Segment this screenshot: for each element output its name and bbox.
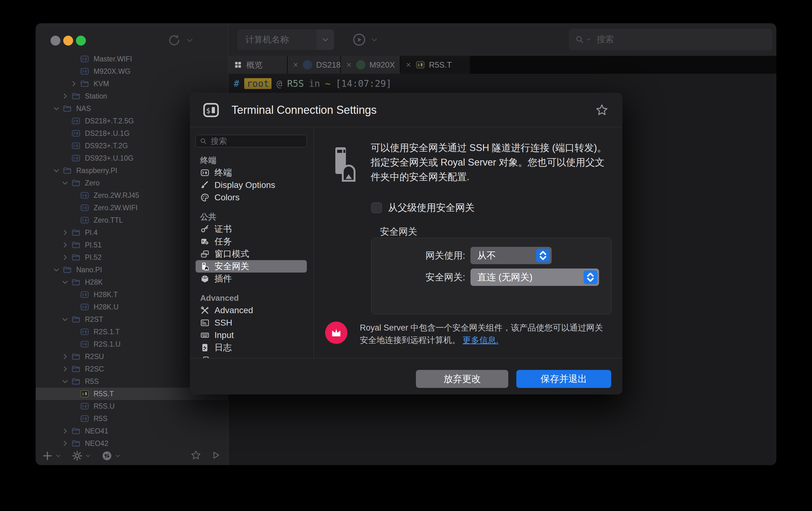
gateway-select-target[interactable]: 直连 (无网关) xyxy=(470,268,599,286)
settings-item-clipped[interactable] xyxy=(196,354,307,358)
tree-item-label: Raspberry.PI xyxy=(76,167,117,175)
settings-item-ssh[interactable]: SSH xyxy=(196,317,307,329)
chevron-right-icon xyxy=(61,353,69,360)
folder-icon xyxy=(71,228,81,237)
use-parent-gateway-label: 从父级使用安全网关 xyxy=(388,201,474,214)
tree-item-neo42[interactable]: NEO42 xyxy=(36,437,228,450)
folder-icon xyxy=(71,352,81,361)
tab-label: R5S.T xyxy=(429,60,452,70)
chevron-down-icon xyxy=(186,36,194,44)
global-search-field[interactable] xyxy=(569,29,772,50)
prompt-segment: [14:07:29] xyxy=(336,78,392,89)
folder-icon xyxy=(71,240,81,250)
keyboard-icon xyxy=(200,331,209,340)
tree-item-r5s-u[interactable]: R5S.U xyxy=(36,400,228,413)
close-tab-icon xyxy=(293,62,299,68)
terminal-connection-icon xyxy=(415,60,425,69)
settings-item-安全网关[interactable]: 安全网关 xyxy=(196,260,307,273)
tree-item-label: Zero.2W.WIFI xyxy=(94,204,138,212)
tab-m920x[interactable]: M920X xyxy=(341,56,400,74)
tree-item-label: R2ST xyxy=(85,315,103,324)
folder-icon xyxy=(63,166,72,175)
settings-item-窗口模式[interactable]: 窗口模式 xyxy=(196,248,307,260)
settings-item-label: Display Options xyxy=(214,180,275,190)
terminal-connection-icon xyxy=(80,290,89,299)
discard-changes-button[interactable]: 放弃更改 xyxy=(416,370,508,388)
search-input[interactable] xyxy=(596,34,745,45)
zoom-window-button[interactable] xyxy=(76,36,86,46)
settings-item-证书[interactable]: 证书 xyxy=(196,223,307,235)
terminal-prompt: #root@R5Sin~[14:07:29] xyxy=(234,78,392,89)
key-icon xyxy=(200,225,209,234)
settings-item-colors[interactable]: Colors xyxy=(196,191,307,204)
use-parent-gateway-row: 从父级使用安全网关 xyxy=(371,201,474,214)
tree-item-neo41[interactable]: NEO41 xyxy=(36,425,228,437)
tree-item-label: R2SC xyxy=(85,365,104,373)
tree-item-label: DS923+.U.10G xyxy=(85,154,134,163)
folder-icon xyxy=(71,315,81,324)
tab-strip: 概览DS218+M920XR5S.T xyxy=(229,56,776,74)
ssh-icon xyxy=(200,318,209,328)
settings-item-input[interactable]: Input xyxy=(196,329,307,341)
folder-icon xyxy=(63,265,72,275)
tree-item-m920x-wg[interactable]: M920X.WG xyxy=(36,65,228,78)
settings-item-advanced[interactable]: Advanced xyxy=(196,304,307,317)
close-window-button[interactable] xyxy=(51,36,60,46)
tree-item-kvm[interactable]: KVM xyxy=(36,78,228,90)
play-circle-icon xyxy=(352,33,366,47)
terminal-connection-icon xyxy=(71,141,81,150)
folder-icon xyxy=(71,253,81,262)
tree-item-label: PI.4 xyxy=(85,229,98,237)
tree-item-label: DS923+.T.2G xyxy=(85,142,128,150)
combobox-chevron[interactable] xyxy=(317,29,334,50)
gateway-select-usage[interactable]: 从不 xyxy=(470,247,552,264)
folder-icon xyxy=(71,178,81,188)
settings-search-input[interactable] xyxy=(210,136,297,146)
settings-item-日志[interactable]: 日志 xyxy=(196,341,307,354)
tab-ds218-[interactable]: DS218+ xyxy=(288,56,341,74)
settings-item-display-options[interactable]: Display Options xyxy=(196,179,307,191)
terminal-connection-icon xyxy=(80,302,89,312)
dialog-header: Terminal Connection Settings xyxy=(190,93,622,127)
prompt-segment: # xyxy=(234,78,239,89)
tree-item-label: Station xyxy=(85,92,107,101)
select-stepper[interactable] xyxy=(536,249,550,262)
favorite-star-icon[interactable] xyxy=(595,103,609,117)
connect-button[interactable] xyxy=(352,33,378,47)
terminal-connection-icon xyxy=(80,54,89,63)
selected-option-value: 直连 (无网关) xyxy=(477,271,532,284)
save-and-exit-button[interactable]: 保存并退出 xyxy=(516,370,611,388)
prompt-segment: @ xyxy=(277,78,282,89)
selected-option-value: 从不 xyxy=(477,249,496,262)
window-icon xyxy=(200,249,209,259)
tab--[interactable]: 概览 xyxy=(229,56,288,74)
dialog-body: 终端终端Display OptionsColors公共证书任务窗口模式安全网关插… xyxy=(190,127,622,358)
plus-button[interactable] xyxy=(42,450,61,461)
search-icon xyxy=(575,35,584,44)
star-button[interactable] xyxy=(190,450,201,462)
search-icon xyxy=(200,137,207,145)
transfer-button[interactable] xyxy=(102,450,121,461)
settings-item-任务[interactable]: 任务 xyxy=(196,235,307,248)
plus-icon xyxy=(42,450,53,461)
settings-item-终端[interactable]: 终端 xyxy=(196,167,307,179)
refresh-button[interactable] xyxy=(167,33,194,48)
settings-search-field[interactable] xyxy=(196,135,307,147)
terminal-connection-icon xyxy=(80,191,89,200)
settings-item-label: 证书 xyxy=(214,223,232,235)
play-button[interactable] xyxy=(210,450,221,462)
settings-item-插件[interactable]: 插件 xyxy=(196,273,307,285)
tree-item-master-wifi[interactable]: Master.WIFI xyxy=(36,53,228,65)
up-down-chevrons-icon xyxy=(536,249,550,262)
tree-item-label: NEO41 xyxy=(85,427,108,435)
settings-section-header: 公共 xyxy=(196,210,307,223)
use-parent-gateway-checkbox[interactable] xyxy=(371,202,382,213)
royal-server-note: Royal Server 中包含一个安全网关组件，该产品使您可以通过网关安全地连… xyxy=(360,321,609,346)
more-info-link[interactable]: 更多信息. xyxy=(463,336,499,345)
gear-button[interactable] xyxy=(71,450,91,461)
tree-item-r5s[interactable]: R5S xyxy=(36,413,228,425)
minimize-window-button[interactable] xyxy=(63,36,73,46)
computer-name-combobox[interactable]: 计算机名称 xyxy=(237,29,334,50)
select-stepper[interactable] xyxy=(584,271,597,284)
tab-r5s-t[interactable]: R5S.T xyxy=(400,56,470,74)
